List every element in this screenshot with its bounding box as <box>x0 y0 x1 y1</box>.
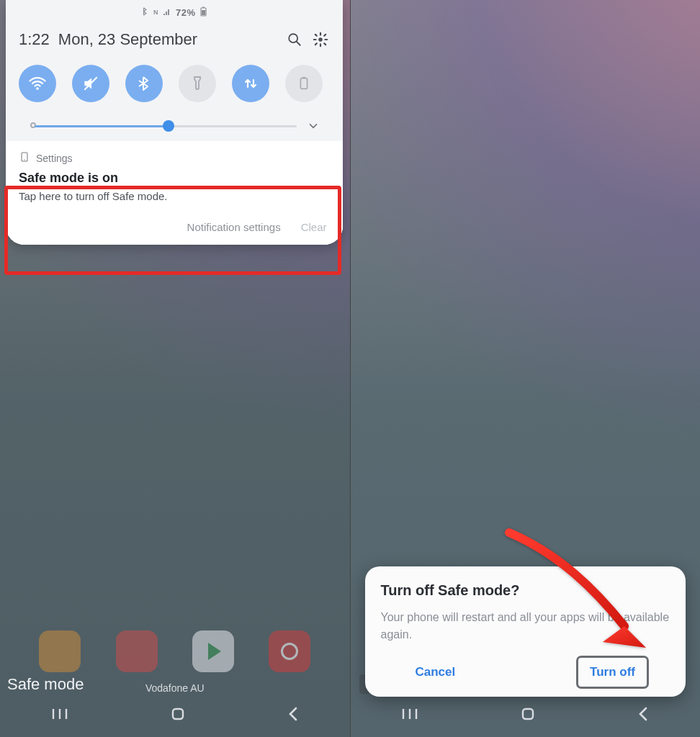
home-button[interactable] <box>519 705 537 725</box>
svg-rect-2 <box>202 10 205 15</box>
notification-source: Settings <box>19 151 330 165</box>
right-screenshot: Safe mode Turn off Safe mode? Your phone… <box>351 0 701 737</box>
phone-app-icon[interactable] <box>39 630 81 672</box>
date: Mon, 23 September <box>58 30 197 49</box>
qs-power-saving[interactable] <box>285 65 323 102</box>
svg-rect-9 <box>302 77 305 78</box>
svg-rect-1 <box>202 6 205 8</box>
recents-button[interactable] <box>400 707 419 724</box>
clear-notifications[interactable]: Clear <box>301 221 327 233</box>
safe-mode-notification[interactable]: Settings Safe mode is on Tap here to tur… <box>6 141 343 214</box>
home-button[interactable] <box>169 705 187 725</box>
notification-settings-link[interactable]: Notification settings <box>187 221 281 233</box>
qs-mobile-data[interactable] <box>232 65 269 102</box>
svg-rect-15 <box>173 709 183 719</box>
svg-rect-20 <box>523 709 533 719</box>
status-bar: N 72% <box>6 0 343 24</box>
settings-source-icon <box>19 151 30 165</box>
dialog-title: Turn off Safe mode? <box>381 582 670 599</box>
notification-shade[interactable]: N 72% 1:22 Mon, 23 September <box>6 0 343 245</box>
notification-body: Tap here to turn off Safe mode. <box>19 190 330 202</box>
nav-bar <box>0 700 350 731</box>
svg-rect-8 <box>300 78 307 89</box>
nfc-status-icon: N <box>153 9 158 16</box>
clock: 1:22 <box>19 30 50 49</box>
messages-app-icon[interactable] <box>116 630 158 672</box>
shade-header: 1:22 Mon, 23 September <box>6 24 343 56</box>
expand-brightness-icon[interactable] <box>307 119 320 135</box>
svg-point-3 <box>289 34 297 42</box>
notification-source-label: Settings <box>36 153 73 164</box>
nav-bar <box>351 700 701 731</box>
qs-wifi[interactable] <box>19 65 56 102</box>
dialog-body: Your phone will restart and all your app… <box>381 609 670 643</box>
search-icon[interactable] <box>285 30 304 49</box>
battery-percent: 72% <box>176 7 196 18</box>
notification-footer: Notification settings Clear <box>6 214 343 245</box>
carrier-label: Vodafone AU <box>145 682 205 694</box>
recents-button[interactable] <box>50 707 69 724</box>
left-screenshot: Safe mode Vodafone AU N 72% 1:22 Mon, 23… <box>0 0 350 737</box>
notification-title: Safe mode is on <box>19 171 330 186</box>
qs-bluetooth[interactable] <box>125 65 163 102</box>
cancel-button[interactable]: Cancel <box>405 659 466 685</box>
back-button[interactable] <box>637 705 650 725</box>
turn-off-button[interactable]: Turn off <box>580 659 645 685</box>
svg-line-4 <box>296 42 300 46</box>
gear-icon[interactable] <box>311 30 330 49</box>
quick-settings-row <box>6 56 343 109</box>
qs-flashlight[interactable] <box>179 65 216 102</box>
turn-off-safe-mode-dialog: Turn off Safe mode? Your phone will rest… <box>365 566 686 697</box>
signal-status-icon <box>163 7 171 18</box>
camera-app-icon[interactable] <box>269 630 310 672</box>
battery-status-icon <box>200 6 207 19</box>
dialog-actions: Cancel Turn off <box>381 659 670 685</box>
dock <box>0 630 350 672</box>
notification-list: Settings Safe mode is on Tap here to tur… <box>6 141 343 245</box>
slider-knob[interactable] <box>163 120 174 132</box>
svg-point-11 <box>24 159 24 160</box>
svg-point-5 <box>318 37 323 42</box>
qs-mute[interactable] <box>72 65 109 102</box>
brightness-slider[interactable] <box>19 118 330 134</box>
play-store-app-icon[interactable] <box>192 630 234 672</box>
svg-point-6 <box>36 87 39 90</box>
safe-mode-label: Safe mode <box>7 675 84 694</box>
slider-fill <box>35 125 169 127</box>
back-button[interactable] <box>287 705 300 725</box>
bluetooth-status-icon <box>142 7 149 18</box>
